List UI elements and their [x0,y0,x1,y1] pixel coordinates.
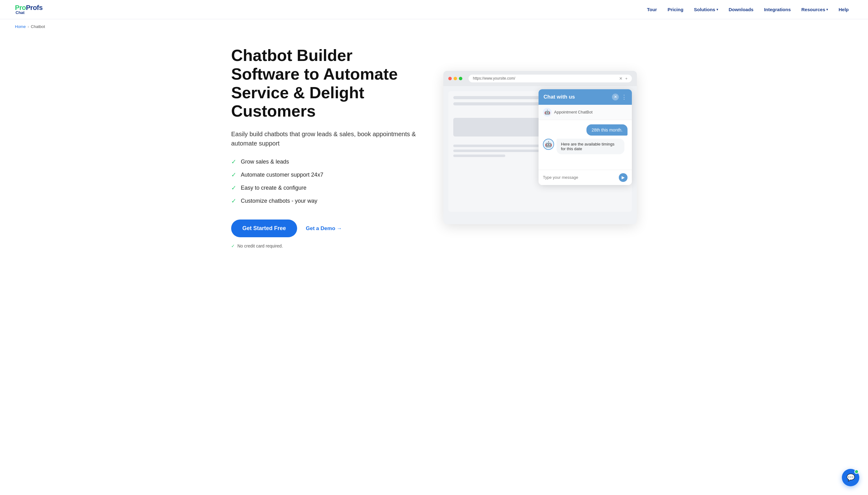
chat-messages: 28th this month. 🤖 Here are the availabl… [538,120,632,170]
user-message: 28th this month. [586,124,628,136]
hero-subtitle: Easily build chatbots that grow leads & … [231,129,425,148]
nav-tour[interactable]: Tour [643,4,662,15]
feature-label-2: Automate customer support 24x7 [241,172,323,178]
chat-header-actions: ✕ ⋮ [612,93,627,100]
page-bar-2 [453,102,540,105]
chat-send-button[interactable]: ▶ [619,173,628,182]
nav-integrations[interactable]: Integrations [760,4,795,15]
chat-close-button[interactable]: ✕ [612,93,619,100]
chat-input[interactable] [543,175,616,180]
page-bar-3 [453,144,549,147]
nav-help[interactable]: Help [834,4,853,15]
chat-more-icon[interactable]: ⋮ [621,93,627,100]
check-icon-1: ✓ [231,158,236,166]
bot-message: Here are the available timings for this … [556,139,624,154]
page-bar-5 [453,155,505,157]
browser-mockup: https://www.yoursite.com/ ✕ + [443,71,637,224]
browser-tab-icons: ✕ + [619,76,628,81]
header: ProProfs Chat Tour Pricing Solutions ▾ D… [0,0,868,19]
no-credit-check-icon: ✓ [231,243,235,249]
main-nav: Tour Pricing Solutions ▾ Downloads Integ… [643,4,853,15]
browser-url-text: https://www.yoursite.com/ [473,76,515,81]
nav-resources[interactable]: Resources ▾ [797,4,833,15]
hero-section: Chatbot Builder Software to Automate Ser… [216,34,652,267]
browser-bar: https://www.yoursite.com/ ✕ + [443,71,637,86]
features-list: ✓ Grow sales & leads ✓ Automate customer… [231,158,425,205]
logo-chat: Chat [15,11,24,15]
breadcrumb-separator: › [28,24,29,29]
browser-url-bar: https://www.yoursite.com/ ✕ + [469,74,632,82]
nav-downloads[interactable]: Downloads [724,4,758,15]
breadcrumb-home[interactable]: Home [15,24,26,29]
browser-dots [448,77,462,80]
feature-label-1: Grow sales & leads [241,158,289,165]
dot-green [459,77,462,80]
no-credit-text: No credit card required. [237,243,283,249]
feature-label-4: Customize chatbots - your way [241,198,317,204]
chat-header-title: Chat with us [544,94,575,100]
bot-avatar: 🤖 [543,139,554,150]
hero-right: https://www.yoursite.com/ ✕ + [443,71,637,224]
browser-content: Chat with us ✕ ⋮ 🤖 Appointment ChatBot 2… [443,86,637,217]
chat-widget: Chat with us ✕ ⋮ 🤖 Appointment ChatBot 2… [538,89,632,185]
page-bar-4 [453,150,540,152]
chat-input-row[interactable]: ▶ [538,170,632,185]
feature-item-3: ✓ Easy to create & configure [231,184,425,191]
no-credit-note: ✓ No credit card required. [231,243,425,249]
feature-item-4: ✓ Customize chatbots - your way [231,197,425,205]
close-tab-icon: ✕ [619,76,622,81]
dot-red [448,77,452,80]
check-icon-3: ✓ [231,184,236,191]
get-demo-button[interactable]: Get a Demo → [306,225,342,232]
breadcrumb: Home › Chatbot [0,19,868,34]
cta-row: Get Started Free Get a Demo → [231,220,425,237]
add-tab-icon: + [625,76,628,81]
bot-icon: 🤖 [543,108,552,117]
breadcrumb-current: Chatbot [31,24,45,29]
check-icon-2: ✓ [231,171,236,178]
chat-header: Chat with us ✕ ⋮ [538,89,632,105]
get-started-button[interactable]: Get Started Free [231,220,297,237]
chat-bot-label: 🤖 Appointment ChatBot [538,105,632,120]
feature-item-2: ✓ Automate customer support 24x7 [231,171,425,178]
dot-yellow [454,77,457,80]
hero-left: Chatbot Builder Software to Automate Ser… [231,46,425,249]
check-icon-4: ✓ [231,197,236,205]
logo-profs: Profs [26,4,43,12]
hero-title: Chatbot Builder Software to Automate Ser… [231,46,425,121]
resources-chevron-icon: ▾ [826,8,828,11]
bot-message-row: 🤖 Here are the available timings for thi… [543,139,628,154]
nav-pricing[interactable]: Pricing [663,4,688,15]
feature-label-3: Easy to create & configure [241,185,306,191]
nav-solutions[interactable]: Solutions ▾ [690,4,722,15]
bot-name: Appointment ChatBot [554,110,592,115]
solutions-chevron-icon: ▾ [717,8,718,11]
logo[interactable]: ProProfs Chat [15,4,43,15]
feature-item-1: ✓ Grow sales & leads [231,158,425,166]
